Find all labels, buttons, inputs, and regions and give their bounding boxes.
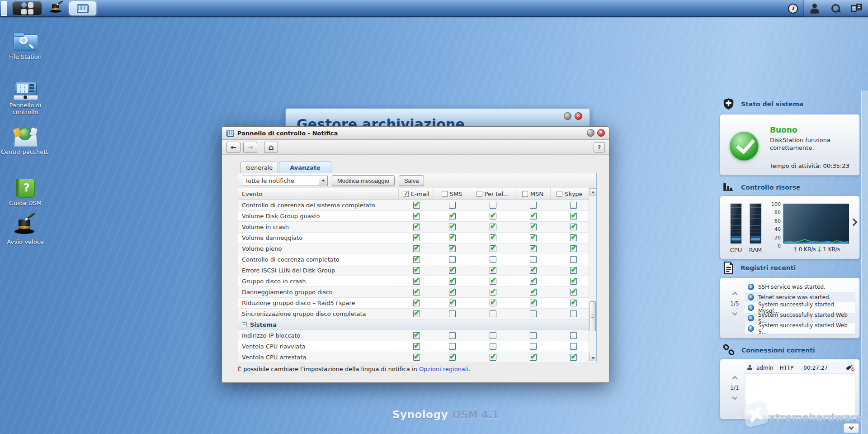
checked-checkbox[interactable] [530,234,537,241]
notification-filter-dropdown[interactable]: Tutte le notifiche [242,176,328,186]
tab-avanzate[interactable]: Avanzate [279,162,331,173]
main-menu-button[interactable] [12,1,42,15]
minimize-button[interactable] [564,112,571,120]
checked-checkbox[interactable] [490,278,496,285]
checked-checkbox[interactable] [490,234,496,241]
page-up-icon[interactable] [732,376,738,382]
tab-generale[interactable]: Generale [241,162,278,173]
checked-checkbox[interactable] [449,289,456,296]
checked-checkbox[interactable] [490,354,496,361]
unchecked-checkbox[interactable] [449,256,456,263]
checked-checkbox[interactable] [413,256,420,263]
checked-checkbox[interactable] [490,224,496,230]
unchecked-checkbox[interactable] [449,202,456,209]
forward-button[interactable]: → [243,142,257,153]
page-up-icon[interactable] [732,291,738,297]
checked-checkbox[interactable] [570,234,577,241]
unchecked-checkbox[interactable] [570,343,577,350]
checked-checkbox[interactable] [413,224,420,230]
sidebar-scrollbar[interactable] [861,91,868,434]
unchecked-checkbox[interactable] [530,256,537,263]
checked-checkbox[interactable] [570,354,577,361]
unchecked-checkbox[interactable] [490,310,496,317]
help-button[interactable]: ? [594,142,605,153]
back-button[interactable]: ← [226,142,241,153]
close-icon[interactable] [575,112,582,120]
table-group-row[interactable]: Sistema [238,320,596,330]
unchecked-checkbox[interactable] [490,343,496,350]
collapse-icon[interactable] [242,322,247,327]
checked-checkbox[interactable] [530,267,537,274]
save-button[interactable]: Salva [399,175,425,186]
table-row[interactable]: Controllo di coerenza completato [238,254,596,265]
unchecked-checkbox[interactable] [570,332,577,339]
checked-checkbox[interactable] [530,300,537,306]
unchecked-checkbox[interactable] [530,310,537,317]
checked-checkbox[interactable] [403,191,409,197]
pilot-view-icon[interactable] [851,3,863,14]
checked-checkbox[interactable] [530,354,537,361]
checked-checkbox[interactable] [530,224,537,230]
table-row[interactable]: Ventola CPU arrestata [238,352,596,362]
edit-message-button[interactable]: Modifica messaggio [332,175,395,186]
checked-checkbox[interactable] [449,245,456,252]
unchecked-checkbox[interactable] [490,332,496,339]
checked-checkbox[interactable] [490,289,496,296]
close-icon[interactable] [597,129,605,137]
unchecked-checkbox[interactable] [557,191,562,197]
desktop-icon-dsm-help[interactable]: Guida DSM [0,178,51,206]
minimize-button[interactable] [587,129,594,137]
quick-launch-taskbar-button[interactable] [46,1,66,15]
disconnect-icon[interactable] [845,365,854,371]
checked-checkbox[interactable] [530,289,537,296]
checked-checkbox[interactable] [490,213,496,219]
unchecked-checkbox[interactable] [490,256,496,263]
scrollbar-thumb[interactable] [590,301,596,331]
checked-checkbox[interactable] [570,224,577,230]
checked-checkbox[interactable] [570,289,577,296]
checked-checkbox[interactable] [449,267,456,274]
scroll-up-button[interactable] [589,188,596,196]
checked-checkbox[interactable] [449,224,456,230]
table-row[interactable]: Indirizzo IP bloccato [238,330,596,341]
checked-checkbox[interactable] [413,354,420,361]
checked-checkbox[interactable] [570,278,577,285]
checked-checkbox[interactable] [413,310,420,317]
info-icon[interactable] [788,4,798,14]
checked-checkbox[interactable] [413,267,420,274]
checked-checkbox[interactable] [490,245,496,252]
checked-checkbox[interactable] [449,300,456,306]
table-row[interactable]: Volume danneggiato [238,233,596,243]
unchecked-checkbox[interactable] [530,202,537,209]
dialog-titlebar[interactable]: Pannello di controllo - Notifica [222,127,609,140]
table-row[interactable]: Volume Disk Group guasto [238,211,596,222]
checked-checkbox[interactable] [530,213,537,219]
checked-checkbox[interactable] [449,234,456,241]
unchecked-checkbox[interactable] [449,310,456,317]
sidebar-scroll-down-button[interactable] [844,423,859,433]
checked-checkbox[interactable] [490,267,496,274]
table-row[interactable]: Ventola CPU riavviata [238,341,596,352]
checked-checkbox[interactable] [570,300,577,306]
checked-checkbox[interactable] [413,300,420,306]
unchecked-checkbox[interactable] [449,332,456,339]
checked-checkbox[interactable] [413,202,420,209]
unchecked-checkbox[interactable] [570,202,577,209]
table-row[interactable]: Volume pieno [238,243,596,254]
unchecked-checkbox[interactable] [570,310,577,317]
checked-checkbox[interactable] [530,278,537,285]
unchecked-checkbox[interactable] [490,202,496,209]
search-icon[interactable] [830,3,841,14]
unchecked-checkbox[interactable] [522,191,528,197]
desktop-icon-file-station[interactable]: File Station [0,32,51,60]
checked-checkbox[interactable] [490,300,496,306]
user-icon[interactable] [809,3,820,14]
scroll-down-button[interactable] [589,354,596,361]
table-row[interactable]: Controllo di coerenza del sistema comple… [238,200,596,211]
checked-checkbox[interactable] [449,354,456,361]
unchecked-checkbox[interactable] [476,191,482,197]
chevron-right-icon[interactable] [850,219,858,226]
vertical-scrollbar[interactable] [589,188,596,361]
home-button[interactable]: ⌂ [264,142,278,153]
unchecked-checkbox[interactable] [530,343,537,350]
